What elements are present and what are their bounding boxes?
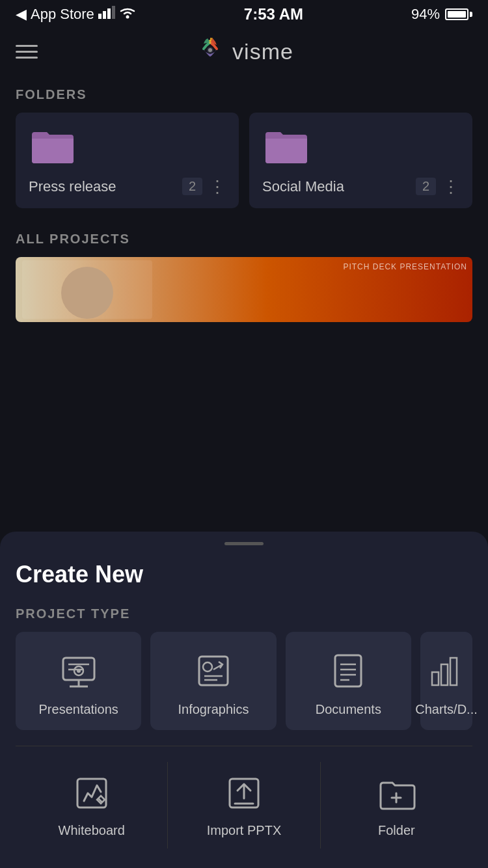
type-label-charts: Charts/D... [415, 702, 478, 717]
all-projects-title: ALL PROJECTS [16, 232, 472, 247]
status-bar: ◀ App Store 7:53 AM 94% [0, 0, 488, 29]
status-time: 7:53 AM [244, 5, 303, 23]
folder-footer: Press release 2 ⋮ [29, 178, 226, 195]
logo: visme [195, 36, 293, 67]
charts-icon [426, 650, 467, 692]
svg-rect-15 [199, 657, 228, 685]
project-type-grid: Presentations Infographics [16, 632, 472, 730]
action-label-whiteboard: Whiteboard [59, 823, 125, 838]
action-import-pptx[interactable]: Import PPTX [168, 762, 320, 848]
svg-rect-25 [441, 664, 448, 685]
project-tag: PITCH DECK PRESENTATION [343, 262, 467, 271]
action-whiteboard[interactable]: Whiteboard [16, 762, 168, 848]
folder-card-social-media[interactable]: Social Media 2 ⋮ [249, 113, 472, 208]
svg-rect-0 [98, 14, 102, 19]
folder-more-button[interactable]: ⋮ [209, 178, 226, 195]
svg-rect-1 [103, 11, 106, 19]
type-presentations[interactable]: Presentations [16, 632, 141, 730]
sheet-divider [16, 746, 472, 746]
svg-rect-2 [107, 8, 111, 19]
type-charts[interactable]: Charts/D... [420, 632, 472, 730]
svg-point-16 [203, 662, 212, 671]
battery-icon [445, 8, 472, 20]
folder-name: Social Media [262, 178, 409, 195]
type-label-presentations: Presentations [39, 702, 118, 717]
infographics-icon [193, 650, 234, 692]
app-header: visme [0, 29, 488, 74]
logo-text: visme [232, 39, 293, 64]
documents-icon [327, 650, 369, 692]
battery-percent: 94% [411, 6, 440, 23]
back-arrow: ◀ [16, 6, 27, 23]
type-label-infographics: Infographics [178, 702, 249, 717]
status-right: 94% [411, 6, 472, 23]
folders-section-title: FOLDERS [16, 87, 472, 102]
folder-count: 2 [182, 178, 202, 195]
svg-point-7 [208, 48, 212, 52]
folder-more-button[interactable]: ⋮ [442, 178, 459, 195]
signal-bars-icon [98, 6, 115, 23]
project-preview[interactable]: PITCH DECK PRESENTATION [16, 257, 472, 322]
wifi-icon [119, 6, 136, 23]
svg-rect-24 [432, 672, 439, 685]
status-left: ◀ App Store [16, 6, 136, 23]
main-content: FOLDERS Press release 2 ⋮ [0, 74, 488, 335]
folder-icon [29, 126, 74, 165]
carrier-label: App Store [31, 6, 94, 23]
sheet-title: Create New [16, 561, 472, 588]
folder-card-press-release[interactable]: Press release 2 ⋮ [16, 113, 239, 208]
folders-section: FOLDERS Press release 2 ⋮ [16, 87, 472, 208]
folder-count: 2 [416, 178, 436, 195]
folder-footer: Social Media 2 ⋮ [262, 178, 459, 195]
import-pptx-icon [223, 772, 265, 814]
folder-icon [262, 126, 308, 165]
bottom-actions: Whiteboard Import PPTX [16, 762, 472, 848]
bottom-sheet: Create New PROJECT TYPE Presentations [0, 532, 488, 868]
visme-logo-icon [195, 36, 226, 67]
type-label-documents: Documents [316, 702, 381, 717]
presentations-icon [58, 650, 100, 692]
sheet-handle[interactable] [224, 542, 264, 545]
all-projects-section: ALL PROJECTS PITCH DECK PRESENTATION [16, 232, 472, 322]
type-documents[interactable]: Documents [286, 632, 411, 730]
folder-add-icon [375, 772, 417, 814]
folders-grid: Press release 2 ⋮ Social Media 2 ⋮ [16, 113, 472, 208]
hamburger-button[interactable] [16, 45, 38, 59]
action-label-folder: Folder [378, 823, 415, 838]
action-folder[interactable]: Folder [321, 762, 472, 848]
svg-point-14 [77, 669, 81, 673]
svg-rect-26 [450, 658, 457, 685]
svg-rect-3 [112, 6, 115, 19]
action-label-import-pptx: Import PPTX [207, 823, 281, 838]
project-type-label: PROJECT TYPE [16, 606, 472, 621]
svg-rect-19 [335, 655, 361, 686]
type-infographics[interactable]: Infographics [150, 632, 276, 730]
folder-name: Press release [29, 178, 176, 195]
svg-point-4 [126, 16, 129, 19]
whiteboard-icon [71, 772, 113, 814]
